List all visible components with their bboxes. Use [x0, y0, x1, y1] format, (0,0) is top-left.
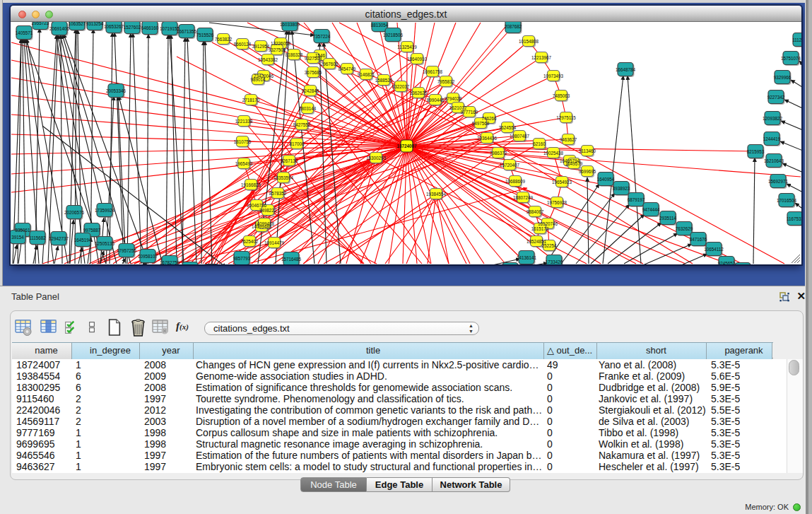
- svg-text:7955812: 7955812: [437, 79, 455, 84]
- svg-text:16648784: 16648784: [616, 67, 636, 72]
- svg-text:16210643: 16210643: [764, 158, 784, 163]
- svg-text:6466160: 6466160: [141, 25, 159, 30]
- svg-text:16914479: 16914479: [264, 240, 285, 245]
- svg-text:15720407: 15720407: [500, 163, 520, 168]
- svg-text:817006: 817006: [289, 141, 305, 146]
- svg-text:2955723: 2955723: [32, 22, 49, 25]
- svg-text:3675685: 3675685: [305, 70, 322, 75]
- svg-text:11325419: 11325419: [397, 45, 417, 49]
- svg-text:1221338: 1221338: [235, 119, 253, 124]
- svg-text:9777169: 9777169: [461, 110, 478, 115]
- svg-text:1063527: 1063527: [69, 22, 86, 26]
- svg-text:3498222: 3498222: [259, 208, 277, 213]
- svg-text:252254: 252254: [541, 243, 557, 248]
- svg-text:835061: 835061: [15, 228, 30, 233]
- svg-text:9975887: 9975887: [83, 228, 101, 233]
- svg-text:19166825: 19166825: [241, 182, 261, 187]
- svg-text:7625402: 7625402: [241, 239, 259, 244]
- svg-text:1645194: 1645194: [74, 238, 92, 243]
- svg-text:6879197: 6879197: [628, 197, 645, 202]
- svg-text:9146821: 9146821: [358, 72, 375, 77]
- svg-text:9474444: 9474444: [642, 207, 660, 212]
- svg-text:2803144: 2803144: [299, 106, 317, 111]
- svg-text:9327508: 9327508: [305, 56, 322, 61]
- svg-text:1649579: 1649579: [565, 161, 583, 166]
- svg-text:8660124: 8660124: [234, 42, 252, 47]
- svg-text:1244419: 1244419: [763, 136, 781, 141]
- svg-text:20691406: 20691406: [49, 26, 70, 31]
- svg-text:1167533: 1167533: [787, 216, 801, 221]
- svg-text:10653267: 10653267: [104, 24, 124, 29]
- svg-text:10958107: 10958107: [138, 254, 158, 259]
- svg-text:2087682: 2087682: [505, 24, 522, 29]
- svg-text:3267130: 3267130: [281, 158, 298, 163]
- svg-text:16782759: 16782759: [160, 260, 180, 265]
- svg-text:13226058: 13226058: [271, 41, 291, 46]
- svg-text:1362625: 1362625: [410, 90, 428, 95]
- svg-text:8578352: 8578352: [269, 191, 287, 196]
- svg-text:10025438: 10025438: [543, 151, 564, 156]
- svg-text:14136141: 14136141: [517, 255, 537, 260]
- svg-text:9245652: 9245652: [718, 261, 736, 265]
- svg-text:7357224: 7357224: [313, 34, 331, 39]
- svg-text:19756928: 19756928: [547, 200, 567, 205]
- svg-text:1527602: 1527602: [124, 25, 141, 30]
- svg-text:16120746: 16120746: [538, 221, 558, 226]
- svg-text:10688609: 10688609: [505, 179, 526, 184]
- svg-text:2718170: 2718170: [242, 98, 260, 103]
- svg-text:9884067: 9884067: [526, 209, 544, 214]
- svg-text:18807249: 18807249: [513, 195, 534, 200]
- svg-text:8938923: 8938923: [613, 186, 630, 191]
- svg-text:8471676: 8471676: [690, 237, 707, 242]
- svg-text:1640954: 1640954: [597, 177, 615, 182]
- svg-text:1115682: 1115682: [29, 235, 46, 240]
- svg-text:62160: 62160: [533, 141, 546, 146]
- svg-text:15716485: 15716485: [281, 257, 302, 262]
- svg-text:6497568: 6497568: [472, 121, 490, 126]
- svg-text:9699695: 9699695: [579, 169, 596, 174]
- svg-text:7986372: 7986372: [490, 151, 507, 156]
- svg-text:16961758: 16961758: [423, 69, 443, 74]
- svg-text:17957255: 17957255: [117, 248, 137, 253]
- svg-text:1810755: 1810755: [234, 139, 252, 144]
- svg-text:20053346: 20053346: [106, 88, 126, 93]
- svg-text:8215953: 8215953: [747, 149, 765, 154]
- svg-text:9794028: 9794028: [445, 96, 462, 101]
- svg-text:18353594: 18353594: [273, 175, 294, 180]
- svg-text:19384554: 19384554: [426, 192, 447, 197]
- svg-text:3624554: 3624554: [499, 125, 517, 130]
- svg-text:12975115: 12975115: [556, 115, 576, 120]
- svg-text:20206576: 20206576: [64, 210, 85, 215]
- svg-text:1965493: 1965493: [235, 161, 253, 166]
- svg-text:1733426: 1733426: [546, 259, 563, 264]
- svg-text:10807487: 10807487: [510, 134, 530, 139]
- svg-text:10046786: 10046786: [247, 203, 267, 208]
- svg-text:19218506: 19218506: [383, 33, 404, 37]
- svg-text:10973493: 10973493: [543, 74, 564, 78]
- svg-text:2935114: 2935114: [659, 216, 677, 221]
- svg-text:7663822: 7663822: [215, 37, 233, 42]
- svg-text:9329966: 9329966: [774, 75, 792, 80]
- svg-text:9327500: 9327500: [269, 47, 286, 52]
- svg-text:8322037: 8322037: [392, 84, 410, 89]
- svg-text:12213967: 12213967: [531, 55, 552, 60]
- svg-text:1615172: 1615172: [531, 226, 549, 231]
- svg-text:18724007: 18724007: [396, 144, 417, 148]
- svg-text:17016504: 17016504: [777, 198, 797, 203]
- svg-text:8454749: 8454749: [339, 66, 356, 71]
- svg-text:12093822: 12093822: [763, 116, 783, 121]
- svg-text:15300293: 15300293: [366, 156, 387, 160]
- svg-text:9113460: 9113460: [579, 148, 596, 153]
- svg-text:10543382: 10543382: [258, 57, 278, 62]
- svg-text:9463627: 9463627: [560, 137, 577, 142]
- svg-text:16671355: 16671355: [177, 29, 197, 34]
- svg-text:1588520: 1588520: [375, 78, 393, 83]
- svg-text:19654923: 19654923: [552, 180, 572, 185]
- svg-text:2967608: 2967608: [321, 62, 339, 66]
- svg-text:9242848: 9242848: [302, 88, 319, 93]
- svg-text:15751074: 15751074: [781, 56, 801, 61]
- svg-text:20364436: 20364436: [477, 136, 498, 141]
- svg-text:15692971: 15692971: [768, 179, 789, 184]
- svg-text:1112843: 1112843: [792, 37, 801, 42]
- svg-text:9857791: 9857791: [233, 256, 251, 261]
